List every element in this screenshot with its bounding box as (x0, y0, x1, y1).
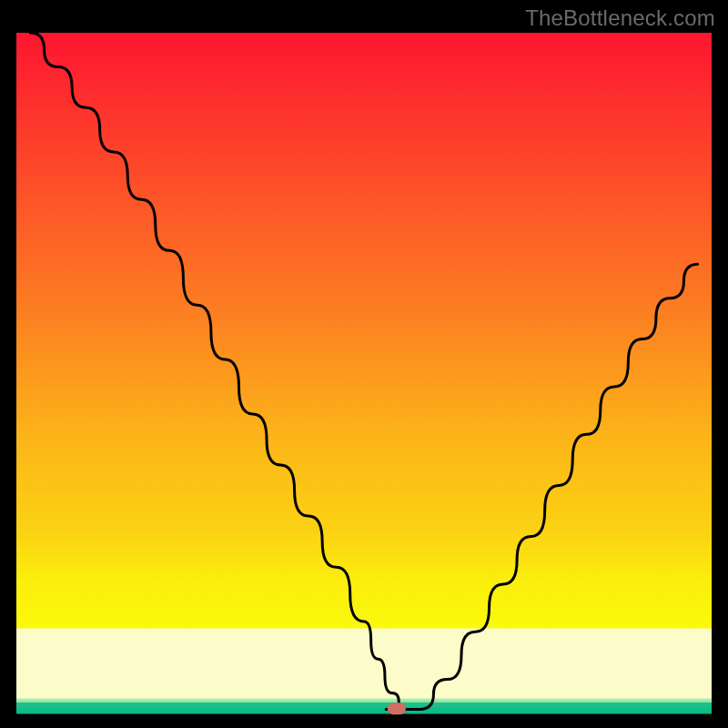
chart-frame: TheBottleneck.com (0, 0, 728, 728)
gradient-band (16, 703, 712, 713)
optimal-marker (388, 703, 406, 714)
gradient-band (16, 33, 712, 533)
gradient-band (16, 629, 712, 700)
bottleneck-chart (0, 0, 728, 728)
gradient-band (16, 533, 712, 629)
gradient-band (16, 699, 712, 703)
